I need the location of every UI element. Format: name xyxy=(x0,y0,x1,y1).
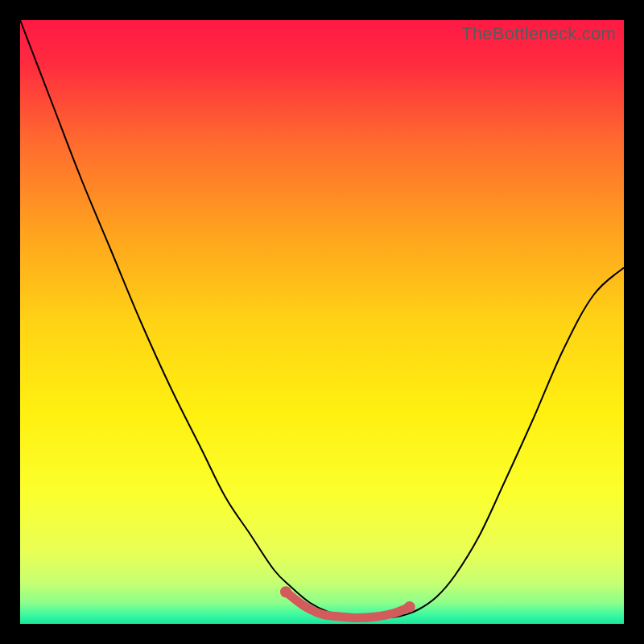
watermark-text: TheBottleneck.com xyxy=(461,23,616,44)
bottleneck-curve-path xyxy=(20,20,624,618)
chart-frame: TheBottleneck.com xyxy=(20,20,624,624)
bottleneck-curve xyxy=(20,20,624,624)
highlight-endpoint-dot xyxy=(280,586,291,597)
highlight-endpoint-dot xyxy=(404,601,415,613)
plot-area: TheBottleneck.com xyxy=(20,20,624,624)
highlight-segment-path xyxy=(286,592,410,617)
